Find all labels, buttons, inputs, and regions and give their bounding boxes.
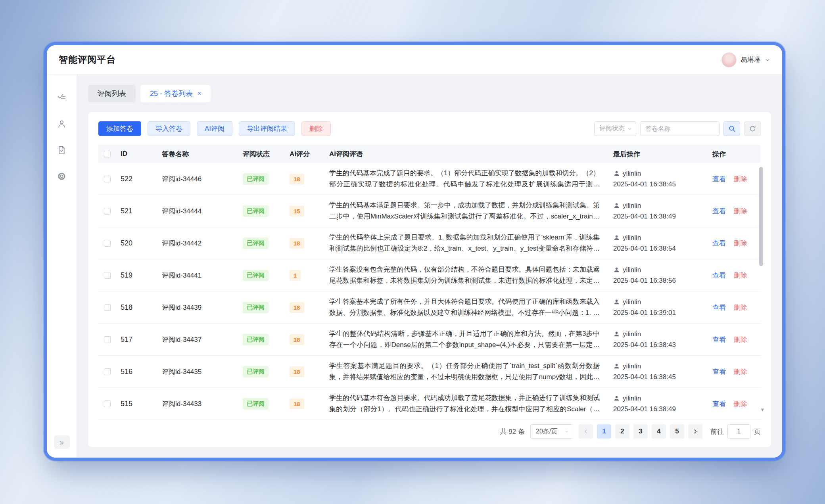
row-checkbox[interactable] — [104, 304, 111, 311]
delete-link[interactable]: 删除 — [734, 174, 747, 184]
delete-link[interactable]: 删除 — [734, 207, 747, 216]
chevron-right-icon — [693, 429, 698, 434]
add-answer-button[interactable]: 添加答卷 — [98, 121, 141, 136]
row-checkbox[interactable] — [104, 368, 111, 375]
column-header-score: AI评分 — [290, 149, 329, 159]
export-results-button[interactable]: 导出评阅结果 — [239, 121, 295, 136]
table-row: 517 评阅id-34437 已评阅 18 学生的整体代码结构清晰，步骤基本正确… — [98, 324, 761, 356]
status-badge: 已评阅 — [243, 334, 269, 345]
page-button-2[interactable]: 2 — [615, 424, 629, 439]
double-chevron-right-icon: » — [59, 438, 64, 447]
answer-table: ID 答卷名称 评阅状态 AI评分 AI评阅评语 最后操作 操作 522 评阅i… — [98, 145, 761, 416]
row-lastop: yilinlin 2025-04-01 16:38:43 — [613, 330, 712, 349]
user-menu[interactable]: 易琳琳 — [721, 52, 770, 67]
row-actions: 查看 删除 — [712, 239, 761, 248]
page-button-3[interactable]: 3 — [633, 424, 648, 439]
search-input[interactable] — [640, 121, 719, 136]
import-answer-button[interactable]: 导入答卷 — [148, 121, 190, 136]
sidebar-item-answer-sheets[interactable] — [54, 142, 70, 158]
view-link[interactable]: 查看 — [712, 335, 726, 344]
tab-close-icon[interactable]: × — [198, 90, 201, 97]
row-checkbox[interactable] — [104, 208, 111, 215]
row-time: 2025-04-01 16:38:49 — [613, 213, 712, 220]
status-badge: 已评阅 — [243, 366, 269, 378]
pagination: 共 92 条 20条/页 1 2 3 4 5 — [98, 416, 761, 447]
status-badge: 已评阅 — [243, 238, 269, 249]
status-filter-select[interactable]: 评阅状态 — [594, 121, 636, 136]
table-header-row: ID 答卷名称 评阅状态 AI评分 AI评阅评语 最后操作 操作 — [98, 145, 761, 163]
table-scrollbar-thumb[interactable] — [759, 167, 763, 266]
view-link[interactable]: 查看 — [712, 399, 726, 408]
view-link[interactable]: 查看 — [712, 271, 726, 280]
table-row: 518 评阅id-34439 已评阅 18 学生答案基本完成了所有任务，并且大体… — [98, 291, 761, 324]
row-checkbox[interactable] — [104, 401, 111, 407]
sidebar-collapse-button[interactable]: » — [54, 435, 70, 449]
row-checkbox[interactable] — [104, 240, 111, 247]
row-checkbox[interactable] — [104, 176, 111, 182]
view-link[interactable]: 查看 — [712, 174, 726, 184]
sidebar-item-settings[interactable] — [54, 168, 70, 184]
row-lastop: yilinlin 2025-04-01 16:38:45 — [613, 362, 712, 381]
delete-button[interactable]: 删除 — [301, 121, 331, 136]
status-filter-placeholder: 评阅状态 — [599, 125, 625, 133]
status-badge: 已评阅 — [243, 398, 269, 410]
prev-page-button[interactable] — [579, 424, 593, 439]
person-icon — [613, 363, 620, 370]
delete-link[interactable]: 删除 — [734, 335, 747, 344]
tab-label: 25 - 答卷列表 — [150, 89, 193, 98]
table-row: 516 评阅id-34435 已评阅 18 学生答案基本满足题目的要求。（1）任… — [98, 356, 761, 388]
chevron-left-icon — [583, 429, 589, 434]
refresh-button[interactable] — [744, 121, 761, 136]
app-title: 智能评阅平台 — [59, 54, 116, 66]
row-time: 2025-04-01 16:38:49 — [613, 405, 712, 413]
delete-link[interactable]: 删除 — [734, 399, 747, 408]
column-header-lastop: 最后操作 — [613, 149, 712, 159]
sidebar: » — [47, 75, 77, 458]
sidebar-item-review-tasks[interactable] — [54, 90, 70, 105]
row-time: 2025-04-01 16:39:01 — [613, 309, 712, 317]
delete-link[interactable]: 删除 — [734, 271, 747, 280]
scroll-down-icon: ▾ — [761, 406, 764, 413]
row-name: 评阅id-34437 — [162, 335, 243, 344]
page-button-5[interactable]: 5 — [670, 424, 684, 439]
page-button-4[interactable]: 4 — [652, 424, 666, 439]
tab-review-list[interactable]: 评阅列表 — [88, 85, 136, 102]
column-header-comment: AI评阅评语 — [329, 149, 613, 159]
row-id: 521 — [121, 207, 162, 215]
search-button[interactable] — [723, 121, 740, 136]
view-link[interactable]: 查看 — [712, 239, 726, 248]
row-name: 评阅id-34444 — [162, 207, 243, 216]
row-name: 评阅id-34442 — [162, 239, 243, 248]
view-link[interactable]: 查看 — [712, 207, 726, 216]
checklist-icon — [57, 93, 67, 103]
delete-link[interactable]: 删除 — [734, 303, 747, 312]
row-name: 评阅id-34441 — [162, 271, 243, 280]
next-page-button[interactable] — [688, 424, 702, 439]
search-icon — [728, 125, 736, 132]
page-button-1[interactable]: 1 — [597, 424, 611, 439]
row-operator: yilinlin — [623, 170, 641, 178]
row-operator: yilinlin — [623, 202, 641, 210]
view-link[interactable]: 查看 — [712, 367, 726, 376]
table-row: 515 评阅id-34433 已评阅 18 学生的代码基本符合题目要求。代码成功… — [98, 388, 761, 420]
score-badge: 18 — [290, 238, 304, 249]
row-checkbox[interactable] — [104, 336, 111, 343]
tab-answer-list[interactable]: 25 - 答卷列表 × — [140, 85, 211, 102]
ai-review-button[interactable]: AI评阅 — [197, 121, 232, 136]
sidebar-item-users[interactable] — [54, 116, 70, 132]
row-checkbox[interactable] — [104, 272, 111, 279]
delete-link[interactable]: 删除 — [734, 367, 747, 376]
row-lastop: yilinlin 2025-04-01 16:38:49 — [613, 395, 712, 413]
avatar[interactable] — [721, 52, 737, 67]
column-header-actions: 操作 — [712, 149, 761, 159]
goto-page-input[interactable] — [727, 424, 750, 439]
page-size-select[interactable]: 20条/页 — [530, 424, 573, 439]
select-all-checkbox[interactable] — [104, 151, 111, 157]
delete-link[interactable]: 删除 — [734, 239, 747, 248]
view-link[interactable]: 查看 — [712, 303, 726, 312]
person-icon — [613, 266, 620, 273]
score-badge: 18 — [290, 399, 304, 409]
row-operator: yilinlin — [623, 395, 641, 402]
score-badge: 15 — [290, 206, 304, 217]
row-actions: 查看 删除 — [712, 271, 761, 280]
